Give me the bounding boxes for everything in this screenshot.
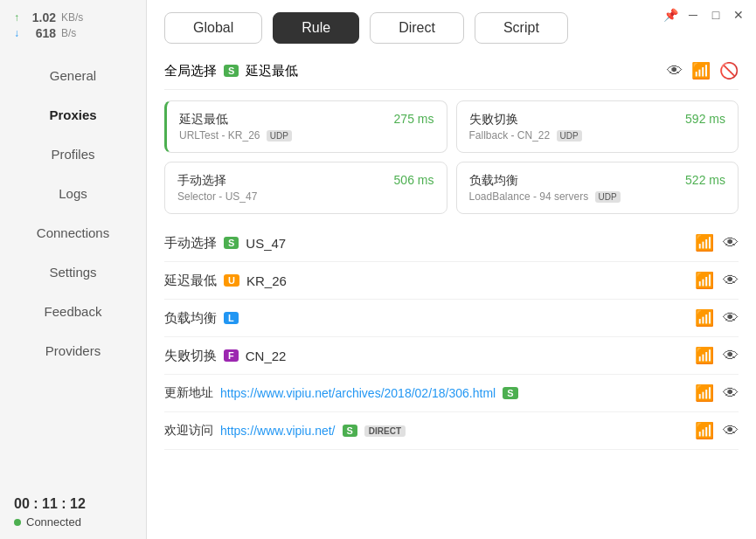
url-0-badge: S [503, 387, 517, 399]
card-urltest[interactable]: 延迟最低 275 ms URLTest - KR_26 UDP [164, 100, 447, 153]
card-3-latency: 522 ms [685, 173, 725, 187]
url-item-1: 欢迎访问 https://www.vipiu.net/ S DIRECT 📶 👁 [164, 412, 739, 450]
url-item-0: 更新地址 https://www.vipiu.net/archives/2018… [164, 375, 739, 412]
global-select-badge: S [224, 65, 239, 77]
hide-icon[interactable]: 🚫 [719, 61, 739, 80]
connected-dot [14, 519, 21, 526]
card-1-name: 失败切换 [469, 112, 518, 128]
sidebar-item-providers[interactable]: Providers [0, 331, 146, 370]
sidebar-item-general[interactable]: General [0, 56, 146, 95]
card-3-udp: UDP [595, 191, 621, 203]
url-0-eye-icon[interactable]: 👁 [723, 384, 739, 403]
sidebar-item-settings[interactable]: Settings [0, 252, 146, 292]
url-0-link[interactable]: https://www.vipiu.net/archives/2018/02/1… [220, 386, 496, 400]
maximize-button[interactable]: □ [705, 5, 726, 24]
global-select-row: 全局选择 S 延迟最低 👁 📶 🚫 [164, 52, 739, 90]
proxy-item-3: 失败切换 F CN_22 📶 👁 [164, 337, 739, 375]
proxy-item-2: 负载均衡 L 📶 👁 [164, 300, 739, 337]
proxy-1-server: KR_26 [246, 273, 287, 288]
stats-panel: ↑ 1.02 KB/s ↓ 618 B/s [0, 0, 146, 49]
proxy-1-badge: U [224, 274, 239, 287]
pin-button[interactable]: 📌 [660, 5, 681, 24]
proxy-3-badge: F [224, 349, 239, 362]
proxy-0-server: US_47 [246, 236, 286, 251]
proxy-0-wifi-icon[interactable]: 📶 [695, 233, 714, 252]
sidebar-item-profiles[interactable]: Profiles [0, 135, 146, 174]
tab-rule[interactable]: Rule [273, 12, 359, 44]
global-select-icons: 👁 📶 🚫 [667, 61, 739, 80]
proxy-2-badge: L [224, 312, 239, 324]
upload-unit: KB/s [61, 11, 83, 24]
proxy-3-server: CN_22 [246, 349, 287, 363]
url-0-wifi-icon[interactable]: 📶 [695, 384, 714, 403]
proxy-0-eye-icon[interactable]: 👁 [723, 234, 739, 252]
url-1-eye-icon[interactable]: 👁 [723, 422, 739, 440]
proxy-3-wifi-icon[interactable]: 📶 [695, 346, 714, 365]
sidebar-item-logs[interactable]: Logs [0, 174, 146, 213]
card-3-sub: LoadBalance - 94 servers [469, 190, 589, 203]
window-controls: 📌 ─ □ ✕ [653, 0, 756, 30]
tab-global[interactable]: Global [164, 12, 262, 44]
close-button[interactable]: ✕ [728, 5, 749, 24]
card-1-latency: 592 ms [685, 112, 725, 126]
url-1-badge: S [343, 425, 357, 437]
proxy-item-1: 延迟最低 U KR_26 📶 👁 [164, 262, 739, 300]
download-value: 618 [24, 26, 56, 40]
card-1-udp: UDP [557, 130, 582, 142]
proxy-2-eye-icon[interactable]: 👁 [723, 309, 739, 328]
connected-label: Connected [26, 515, 81, 529]
card-2-sub: Selector - US_47 [177, 190, 257, 203]
global-select-label: 全局选择 [164, 63, 217, 79]
sidebar: ↑ 1.02 KB/s ↓ 618 B/s General Proxies Pr… [0, 0, 147, 539]
proxy-item-0: 手动选择 S US_47 📶 👁 [164, 225, 739, 262]
url-1-wifi-icon[interactable]: 📶 [695, 421, 714, 440]
sidebar-item-proxies[interactable]: Proxies [0, 95, 146, 135]
url-1-direct-badge: DIRECT [364, 425, 406, 437]
wifi-icon[interactable]: 📶 [691, 61, 711, 80]
minimize-button[interactable]: ─ [683, 5, 704, 24]
content-area: 全局选择 S 延迟最低 👁 📶 🚫 延迟最低 275 ms URLTest - … [147, 52, 756, 539]
time-display: 00 : 11 : 12 [14, 496, 132, 512]
proxy-3-eye-icon[interactable]: 👁 [723, 347, 739, 365]
card-loadbalance[interactable]: 负载均衡 522 ms LoadBalance - 94 servers UDP [456, 162, 739, 214]
card-0-udp: UDP [267, 130, 292, 142]
card-1-sub: Fallback - CN_22 [469, 129, 551, 142]
main-panel: 📌 ─ □ ✕ Global Rule Direct Script 全局选择 S… [147, 0, 756, 539]
sidebar-bottom: 00 : 11 : 12 Connected [0, 486, 146, 539]
upload-arrow-icon: ↑ [14, 11, 19, 24]
sidebar-nav: General Proxies Profiles Logs Connection… [0, 56, 146, 486]
url-0-prefix: 更新地址 [164, 385, 213, 401]
proxy-2-wifi-icon[interactable]: 📶 [695, 308, 714, 328]
card-0-latency: 275 ms [394, 112, 434, 126]
proxy-0-badge: S [224, 237, 239, 249]
cards-grid: 延迟最低 275 ms URLTest - KR_26 UDP 失败切换 592… [164, 100, 739, 214]
card-2-name: 手动选择 [177, 173, 226, 189]
proxy-0-name: 手动选择 [164, 235, 217, 252]
proxy-1-wifi-icon[interactable]: 📶 [695, 271, 714, 290]
proxy-1-name: 延迟最低 [164, 273, 217, 289]
proxy-1-eye-icon[interactable]: 👁 [723, 272, 739, 290]
url-1-prefix: 欢迎访问 [164, 423, 213, 439]
card-selector[interactable]: 手动选择 506 ms Selector - US_47 [164, 162, 447, 214]
proxy-3-name: 失败切换 [164, 348, 217, 364]
upload-value: 1.02 [24, 10, 56, 24]
card-3-name: 负载均衡 [469, 173, 518, 189]
card-0-sub: URLTest - KR_26 [179, 129, 260, 142]
global-select-sublabel: 延迟最低 [246, 63, 298, 79]
card-2-latency: 506 ms [394, 173, 434, 187]
sidebar-item-feedback[interactable]: Feedback [0, 292, 146, 331]
card-fallback[interactable]: 失败切换 592 ms Fallback - CN_22 UDP [456, 100, 739, 153]
tab-direct[interactable]: Direct [370, 12, 464, 44]
card-0-name: 延迟最低 [179, 112, 228, 128]
download-unit: B/s [61, 27, 76, 39]
url-1-link[interactable]: https://www.vipiu.net/ [220, 424, 336, 438]
proxy-2-name: 负载均衡 [164, 310, 217, 327]
sidebar-item-connections[interactable]: Connections [0, 213, 146, 252]
tab-script[interactable]: Script [475, 12, 568, 44]
download-arrow-icon: ↓ [14, 27, 19, 39]
eye-icon[interactable]: 👁 [667, 62, 683, 80]
